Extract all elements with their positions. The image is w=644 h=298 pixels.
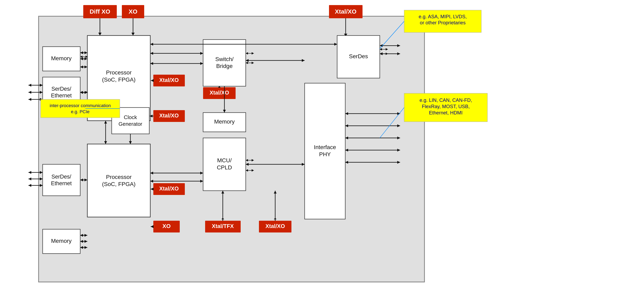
svg-marker-194 xyxy=(28,98,31,101)
serdes-ann-text2: or other Proprietaries xyxy=(420,20,466,25)
ipc-ann-text2: e.g. PCIe xyxy=(71,109,90,114)
mcu-cpld-text1: MCU/ xyxy=(217,157,232,164)
iface-ann-text1: e.g. LIN, CAN, CAN-FD, xyxy=(420,97,472,103)
interface-phy-text1: Interface xyxy=(314,144,336,150)
serdes-ann-text1: e.g. ASA, MIPI, LVDS, xyxy=(419,14,467,19)
xtal-xo-switch-label: Xtal/XO xyxy=(210,90,229,96)
svg-marker-203 xyxy=(28,184,31,187)
svg-marker-197 xyxy=(28,171,31,174)
xo-bottom-label: XO xyxy=(162,223,170,229)
proc-top-text2: (SoC, FPGA) xyxy=(102,76,136,83)
proc-top-text1: Processor xyxy=(106,69,132,76)
proc-bot-text1: Processor xyxy=(106,174,132,180)
clock-gen-text1: Clock xyxy=(124,114,137,120)
iface-ann-text2: FlexRay, MOST, USB, xyxy=(422,104,470,109)
diff-xo-label: Diff XO xyxy=(90,8,110,15)
serdes-eth-top-text2: Ethernet xyxy=(51,92,72,99)
main-svg: Diff XO XO Xtal/XO Memory SerDes/ Ethern… xyxy=(0,0,644,298)
iface-ann-text3: Ethernet, HDMI xyxy=(429,110,462,115)
xtal-xo-proc-bot-label: Xtal/XO xyxy=(159,186,179,192)
proc-bot-text2: (SoC, FPGA) xyxy=(102,181,136,187)
xtal-xo-top-right-label: Xtal/XO xyxy=(335,8,357,15)
svg-marker-191 xyxy=(28,91,31,94)
serdes-eth-top-text1: SerDes/ xyxy=(52,86,71,92)
serdes-eth-bot-text2: Ethernet xyxy=(51,180,72,186)
xo-top-label: XO xyxy=(128,8,137,15)
memory-bot-text: Memory xyxy=(51,238,72,244)
svg-marker-200 xyxy=(28,178,31,180)
xtal-xo-clkgen-label: Xtal/XO xyxy=(159,113,179,119)
interface-phy-text2: PHY xyxy=(319,151,331,157)
clock-gen-text2: Generator xyxy=(118,121,142,127)
xtal-xo-bot-right-label: Xtal/XO xyxy=(266,223,285,229)
serdes-eth-bot-text1: SerDes/ xyxy=(52,174,71,180)
xtal-xo-proc-top-label: Xtal/XO xyxy=(159,77,179,83)
switch-bridge-text2: Bridge xyxy=(216,63,233,69)
ipc-ann-text1: inter-processor communication xyxy=(50,103,111,108)
svg-rect-118 xyxy=(43,164,80,196)
mcu-cpld-text2: CPLD xyxy=(217,164,232,171)
switch-bridge-text1: Switch/ xyxy=(215,56,234,62)
serdes-right-text: SerDes xyxy=(349,53,368,59)
memory-mid-text: Memory xyxy=(214,118,234,125)
xtal-tfx-label: Xtal/TFX xyxy=(212,223,234,229)
svg-rect-117 xyxy=(87,144,150,217)
full-diagram: Diff XO XO Xtal/XO Memory SerDes/ Ethern… xyxy=(0,0,644,298)
memory-top-text: Memory xyxy=(51,55,72,61)
svg-marker-188 xyxy=(28,84,31,87)
